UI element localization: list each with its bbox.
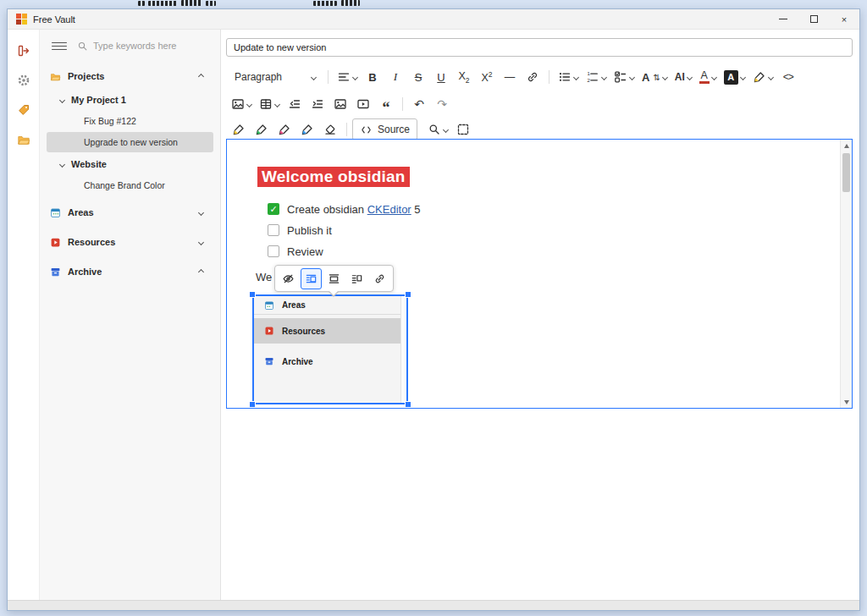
editor-scrollbar[interactable] xyxy=(840,140,852,408)
embedded-row-resources: Resources xyxy=(254,318,400,344)
archive-icon xyxy=(50,267,61,278)
search-box xyxy=(77,41,220,52)
image-side-style-button[interactable] xyxy=(346,268,367,289)
sidebar-item-resources[interactable]: Resources xyxy=(47,232,213,252)
font-color-dropdown[interactable]: A xyxy=(696,66,720,88)
subscript-button[interactable]: X2 xyxy=(453,66,475,88)
scroll-down-button[interactable] xyxy=(841,396,852,408)
find-and-replace-dropdown[interactable] xyxy=(424,118,451,140)
remove-highlight-button[interactable] xyxy=(319,118,341,140)
italic-button[interactable]: I xyxy=(384,66,406,88)
redo-button[interactable]: ↷ xyxy=(431,93,453,115)
todo-list-button[interactable] xyxy=(610,66,638,88)
sidebar-item-website[interactable]: Website xyxy=(47,155,213,173)
sidebar-item-label: Website xyxy=(71,159,107,169)
chevron-up-icon[interactable] xyxy=(198,268,204,274)
underline-button[interactable]: U xyxy=(430,66,452,88)
chevron-down-icon[interactable] xyxy=(198,209,204,215)
chevron-down-icon xyxy=(711,74,717,80)
numbered-list-dropdown[interactable]: 1 2 xyxy=(583,66,610,88)
source-button[interactable]: Source xyxy=(352,118,417,140)
embedded-image-widget[interactable]: Areas Resources Archive xyxy=(252,294,408,404)
screen-artifact xyxy=(206,1,216,6)
image-block-style-button[interactable] xyxy=(323,268,345,289)
undo-button[interactable]: ↶ xyxy=(408,93,430,115)
sidebar-item-projects[interactable]: Projects xyxy=(47,67,213,85)
table-icon xyxy=(259,97,273,111)
checkbox-checked[interactable]: ✓ xyxy=(268,203,279,215)
blue-marker-button[interactable] xyxy=(296,118,318,140)
embedded-row-archive: Archive xyxy=(254,349,400,374)
checkbox-unchecked[interactable] xyxy=(268,224,279,236)
code-button[interactable]: <> xyxy=(777,66,799,88)
minimize-button[interactable] xyxy=(768,9,798,29)
resize-handle-top-left[interactable] xyxy=(249,291,256,298)
resize-handle-bottom-left[interactable] xyxy=(249,401,256,408)
sidebar-item-areas[interactable]: Areas xyxy=(47,202,213,223)
block-quote-button[interactable]: “ xyxy=(375,93,397,115)
select-all-button[interactable] xyxy=(452,118,474,140)
strikethrough-button[interactable]: S xyxy=(407,66,429,88)
pink-marker-button[interactable] xyxy=(273,118,295,140)
editor-content-area[interactable]: Welcome obsidian ✓ Create obsidian CKEdi… xyxy=(226,139,853,409)
chevron-down-icon xyxy=(573,74,579,80)
insert-table-dropdown[interactable] xyxy=(256,93,283,115)
sidebar-menu-button[interactable] xyxy=(52,42,67,50)
maximize-button[interactable] xyxy=(798,9,829,29)
todo-text: Review xyxy=(287,245,323,258)
insert-media-button[interactable] xyxy=(352,93,374,115)
horizontal-line-button[interactable]: — xyxy=(499,66,521,88)
chevron-down-icon[interactable] xyxy=(198,239,204,245)
search-input[interactable] xyxy=(93,41,203,51)
note-title-input[interactable] xyxy=(226,38,853,57)
paragraph-style-dropdown[interactable]: Paragraph xyxy=(228,66,323,88)
image-text-alternative-button[interactable] xyxy=(278,268,299,289)
chevron-down-icon[interactable] xyxy=(59,96,65,102)
pink-marker-icon xyxy=(278,123,291,136)
folders-button[interactable] xyxy=(14,130,34,149)
bold-button[interactable]: B xyxy=(362,66,384,88)
yellow-marker-button[interactable] xyxy=(228,118,250,140)
sidebar-item-change-brand-color[interactable]: Change Brand Color xyxy=(47,176,213,195)
chevron-down-icon xyxy=(662,74,668,80)
image-inline-style-button[interactable] xyxy=(301,268,322,289)
bulleted-list-dropdown[interactable] xyxy=(555,66,582,88)
insert-image-dropdown[interactable] xyxy=(228,93,255,115)
tags-button[interactable] xyxy=(14,101,34,119)
ckeditor-link[interactable]: CKEditor xyxy=(367,203,411,216)
text-alignment-dropdown[interactable] xyxy=(334,66,361,88)
scrollbar-thumb[interactable] xyxy=(842,153,850,192)
low-vision-icon xyxy=(282,272,295,285)
areas-icon xyxy=(50,207,61,218)
resize-handle-top-right[interactable] xyxy=(405,291,411,298)
green-marker-button[interactable] xyxy=(251,118,273,140)
inline-image-icon xyxy=(305,272,318,285)
sidebar-item-upgrade-to-new-version[interactable]: Upgrade to new version xyxy=(47,132,213,152)
scroll-up-button[interactable] xyxy=(841,140,852,151)
font-size-dropdown[interactable]: A ⇅ xyxy=(638,66,671,88)
highlight-dropdown[interactable] xyxy=(749,66,776,88)
image-button[interactable] xyxy=(329,93,351,115)
sidebar-item-label: Upgrade to new version xyxy=(84,137,178,147)
font-background-color-dropdown[interactable]: A xyxy=(721,66,748,88)
checkbox-unchecked[interactable] xyxy=(268,245,279,257)
settings-button[interactable] xyxy=(14,71,34,90)
numbered-list-icon: 1 2 xyxy=(586,70,599,84)
superscript-button[interactable]: X2 xyxy=(476,66,498,88)
link-icon xyxy=(373,272,386,285)
chevron-up-icon[interactable] xyxy=(198,73,204,79)
chevron-down-icon[interactable] xyxy=(59,161,65,167)
link-image-button[interactable] xyxy=(369,268,390,289)
close-button[interactable]: × xyxy=(829,9,859,29)
ai-commands-dropdown[interactable]: AI xyxy=(671,66,695,88)
sidebar-item-my-project-1[interactable]: My Project 1 xyxy=(47,91,213,109)
link-button[interactable] xyxy=(522,66,544,88)
sidebar-item-archive[interactable]: Archive xyxy=(47,261,213,282)
sidebar-item-label: Archive xyxy=(68,267,102,277)
collapse-panel-button[interactable] xyxy=(14,41,34,60)
outdent-button[interactable] xyxy=(284,93,306,115)
sidebar-item-fix-bug-122[interactable]: Fix Bug #122 xyxy=(47,112,213,130)
indent-button[interactable] xyxy=(306,93,329,115)
resize-handle-bottom-right[interactable] xyxy=(405,401,411,408)
paragraph-style-label: Paragraph xyxy=(235,71,282,83)
